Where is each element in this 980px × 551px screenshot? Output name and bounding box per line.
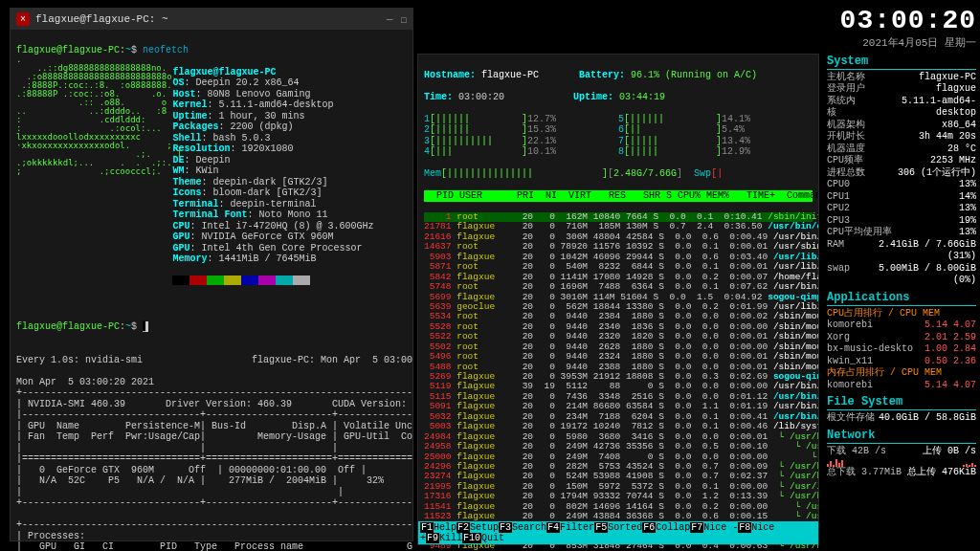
clock: 03:00:20 bbox=[827, 4, 976, 37]
terminal-window[interactable]: × flagxue@flagxue-PC: ~ — ☐ flagxue@flag… bbox=[10, 8, 413, 541]
date: 2021年4月05日 星期一 bbox=[827, 37, 976, 51]
terminal-content[interactable]: flagxue@flagxue-PC:~$ neofetch . ..::dg8… bbox=[11, 30, 412, 551]
htop-window[interactable]: Hostname: flagxue-PC Battery: 96.1% (Run… bbox=[417, 54, 819, 545]
minimize-icon[interactable]: — bbox=[387, 13, 393, 26]
htop-column-header: PID USER PRI NI VIRT RES SHR S CPU% MEM%… bbox=[424, 190, 813, 202]
section-network: Network bbox=[827, 429, 976, 444]
sidebar: 03:00:20 2021年4月05日 星期一 System 主机名称flagx… bbox=[827, 4, 976, 479]
net-sparkline-down bbox=[827, 457, 843, 467]
section-apps: Applications bbox=[827, 291, 976, 306]
neofetch-info: flagxue@flagxue-PC OS: Deepin 20.2 x86_6… bbox=[172, 55, 373, 299]
neofetch-ascii: . ..::dg8888888888888888no. .:o888888888… bbox=[16, 55, 182, 299]
color-palette bbox=[172, 276, 373, 289]
nvidia-smi-output: Every 1.0s: nvidia-smi flagxue-PC: Mon A… bbox=[16, 343, 407, 551]
net-sparkline-up bbox=[963, 457, 976, 467]
window-title: flagxue@flagxue-PC: ~ bbox=[35, 13, 168, 25]
maximize-icon[interactable]: ☐ bbox=[400, 13, 407, 26]
section-filesys: File System bbox=[827, 395, 976, 410]
close-icon[interactable]: × bbox=[16, 12, 30, 26]
htop-footer: F1HelpF2SetupF3SearchF4FilterF5SortedF6C… bbox=[418, 521, 818, 544]
section-system: System bbox=[827, 55, 976, 70]
titlebar: × flagxue@flagxue-PC: ~ — ☐ bbox=[11, 9, 412, 30]
